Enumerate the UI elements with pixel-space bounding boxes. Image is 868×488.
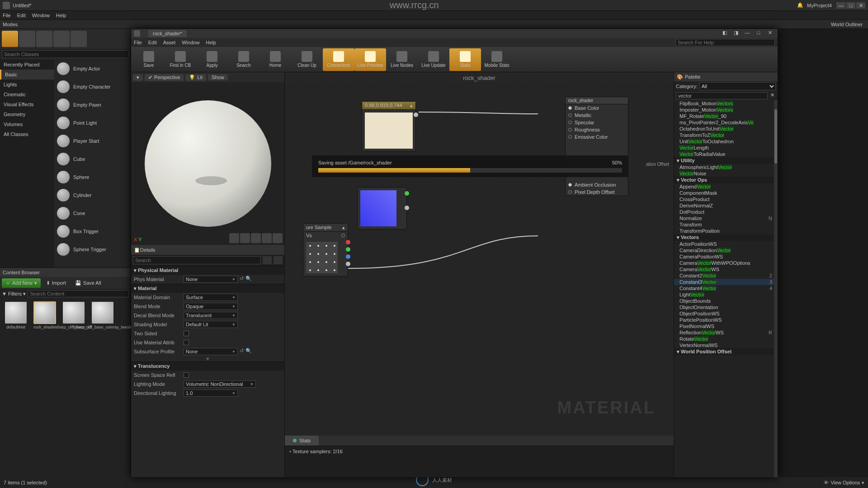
toolbar-save[interactable]: Save (133, 48, 165, 71)
toolbar-find-in-cb[interactable]: Find in CB (165, 48, 196, 71)
place-item[interactable]: Sphere Trigger (54, 240, 131, 258)
place-tab[interactable]: Visual Effects (0, 99, 54, 109)
toolbar-search[interactable]: Search (228, 48, 259, 71)
node-expand-icon[interactable]: ▴ (342, 225, 345, 230)
maximize-button[interactable]: □ (846, 2, 855, 9)
notification-icon[interactable]: 🔔 (797, 2, 803, 8)
place-item[interactable]: Box Trigger (54, 222, 131, 240)
palette-item[interactable]: ObjectBounds (674, 298, 778, 304)
view-options-button[interactable]: 👁 View Options ▾ (824, 480, 864, 486)
perspective-button[interactable]: ✔ Perspective (145, 74, 184, 81)
close-button[interactable]: ✕ (856, 2, 865, 9)
palette-item[interactable]: CameraVectorWithWPOOptions (674, 260, 778, 266)
palette-item[interactable]: Constant2Vector2 (674, 272, 778, 279)
search-classes-input[interactable] (2, 50, 129, 58)
palette-item[interactable]: DeriveNormalZ (674, 202, 778, 209)
place-item[interactable]: Empty Character (54, 78, 131, 96)
palette-item[interactable]: NormalizeN (674, 215, 778, 221)
clear-search-icon[interactable]: ✕ (769, 92, 776, 99)
save-all-button[interactable]: 💾Save All (71, 279, 105, 287)
shape-teapot-icon[interactable] (273, 233, 283, 243)
editor-dock2-button[interactable]: ◨ (731, 30, 741, 37)
palette-item[interactable]: ParticlePositionWS (674, 317, 778, 323)
shading-model-combo[interactable]: Default Lit▼ (184, 321, 238, 328)
shape-plane-icon[interactable] (251, 233, 261, 243)
cat-material[interactable]: ▾ Material (131, 284, 284, 293)
palette-item[interactable]: VectorLength (674, 145, 778, 151)
editor-menu-edit[interactable]: Edit (148, 40, 157, 45)
palette-group[interactable]: ▾ World Position Offset (674, 348, 778, 355)
place-item[interactable]: Cube (54, 150, 131, 168)
node-expand-icon[interactable]: ▴ (410, 103, 413, 108)
palette-list[interactable]: FlipBook_MotionVectorsImposter_MotionVec… (674, 100, 778, 477)
place-item[interactable]: Player Start (54, 132, 131, 150)
result-pin[interactable]: Emissive Color (566, 133, 628, 141)
a-pin[interactable] (346, 262, 350, 266)
texture-sample-node-2[interactable]: ure Sample▴ Vs (303, 223, 348, 277)
result-pin[interactable]: Ambient Occlusion (566, 181, 628, 188)
content-item[interactable]: rock_shader (32, 301, 58, 329)
content-item[interactable]: defaultMat (3, 301, 29, 329)
palette-item[interactable]: TransformToZVector (674, 132, 778, 138)
palette-item[interactable]: Constant3Vector3 (674, 279, 778, 285)
toolbar-mobile-stats[interactable]: Mobile Stats (481, 48, 513, 71)
texture-sample-node[interactable] (357, 187, 407, 230)
palette-item[interactable]: DotProduct (674, 209, 778, 215)
palette-group[interactable]: ▾ Vector Ops (674, 177, 778, 183)
place-tab[interactable]: Geometry (0, 109, 54, 119)
palette-item[interactable]: AppendVector (674, 183, 778, 190)
palette-item[interactable]: MF_RotateVector_90 (674, 113, 778, 119)
place-item[interactable]: Empty Actor (54, 60, 131, 78)
palette-item[interactable]: CameraVectorWS (674, 266, 778, 272)
editor-close-button[interactable]: ✕ (765, 30, 775, 37)
palette-item[interactable]: ComponentMask (674, 190, 778, 196)
editor-menu-window[interactable]: Window (182, 40, 199, 45)
editor-maximize-button[interactable]: □ (754, 30, 764, 37)
palette-item[interactable]: RotateVector (674, 336, 778, 342)
uvs-pin[interactable] (341, 234, 345, 237)
palette-item[interactable]: AtmosphericLightVector (674, 164, 778, 170)
toolbar-stats[interactable]: Stats (449, 48, 481, 71)
palette-group[interactable]: ▾ Utility (674, 157, 778, 164)
decal-blend-mode-combo[interactable]: Translucent▼ (184, 312, 238, 319)
palette-item[interactable]: FlipBook_MotionVectors (674, 100, 778, 107)
palette-item[interactable]: ObjectOrientation (674, 304, 778, 310)
ssr-checkbox[interactable] (184, 372, 189, 378)
result-pin[interactable]: Pixel Depth Offset (566, 188, 628, 196)
dir-lighting-combo[interactable]: 1.0▼ (184, 389, 238, 397)
place-item[interactable]: Cone (54, 204, 131, 222)
editor-menu-asset[interactable]: Asset (163, 40, 176, 45)
toolbar-live-nodes[interactable]: Live Nodes (386, 48, 418, 71)
r-pin[interactable] (405, 206, 409, 210)
palette-item[interactable]: Constant4Vector4 (674, 285, 778, 291)
content-search-input[interactable] (28, 290, 129, 297)
g-pin[interactable] (346, 247, 350, 252)
palette-item[interactable]: TransformPosition (674, 228, 778, 234)
palette-item[interactable]: Imposter_MotionVectors (674, 107, 778, 113)
toolbar-live-update[interactable]: Live Update (418, 48, 449, 71)
blend-mode-combo[interactable]: Opaque▼ (184, 303, 238, 310)
place-item[interactable]: Point Light (54, 114, 131, 132)
preview-viewport[interactable]: X Y (131, 82, 284, 245)
palette-search-input[interactable] (676, 92, 768, 99)
palette-item[interactable]: LightVector (674, 291, 778, 298)
toolbar-apply[interactable]: Apply (196, 48, 228, 71)
category-combo[interactable]: All (699, 82, 776, 90)
shape-cylinder-icon[interactable] (229, 233, 239, 243)
r-pin[interactable] (346, 240, 350, 244)
mode-landscape-icon[interactable] (36, 31, 52, 47)
shape-sphere-icon[interactable] (240, 233, 250, 243)
mode-paint-icon[interactable] (19, 31, 35, 47)
place-item[interactable]: Cylinder (54, 186, 131, 204)
place-item[interactable]: Empty Pawn (54, 96, 131, 114)
mode-foliage-icon[interactable] (53, 31, 70, 47)
palette-scrollbar[interactable] (774, 100, 778, 477)
palette-group[interactable]: ▾ Vectors (674, 234, 778, 241)
scrollbar-thumb[interactable] (774, 109, 777, 164)
toolbar-home[interactable]: Home (259, 48, 291, 71)
place-tab[interactable]: All Classes (0, 129, 54, 139)
show-button[interactable]: Show (208, 74, 228, 80)
result-pin[interactable]: Roughness (566, 126, 628, 133)
place-tab[interactable]: Recently Placed (0, 60, 54, 70)
editor-dock-button[interactable]: ◧ (720, 30, 730, 37)
